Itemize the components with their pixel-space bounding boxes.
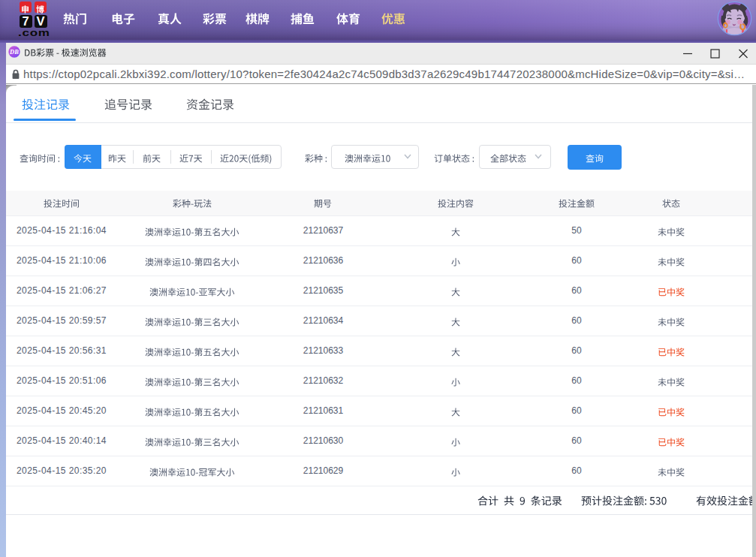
svg-text:DB: DB	[9, 48, 19, 56]
